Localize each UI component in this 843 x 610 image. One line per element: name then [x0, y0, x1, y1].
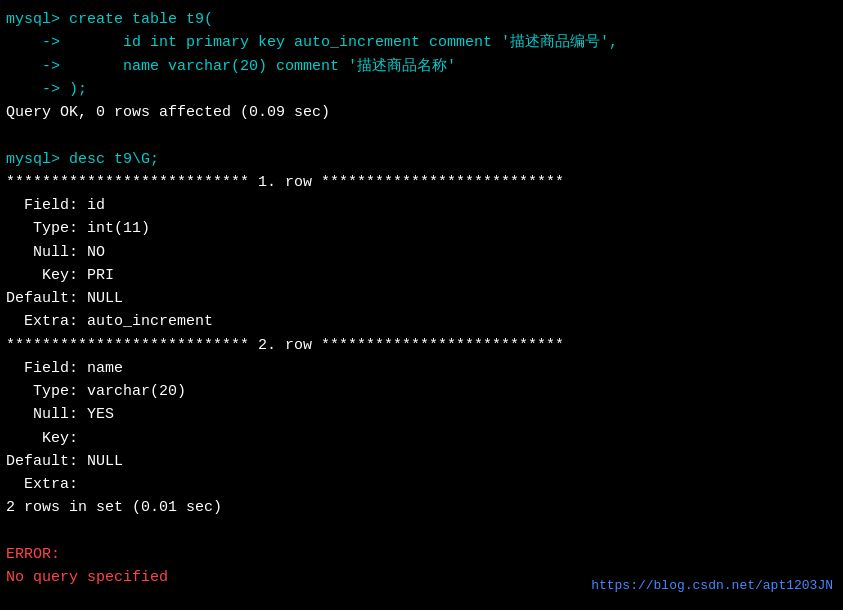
terminal-line-5: Query OK, 0 rows affected (0.09 sec) — [6, 101, 837, 124]
terminal-line-3: -> name varchar(20) comment '描述商品名称' — [6, 55, 837, 78]
terminal-line-13: Default: NULL — [6, 287, 837, 310]
terminal-line-22: 2 rows in set (0.01 sec) — [6, 496, 837, 519]
terminal-line-7: mysql> desc t9\G; — [6, 148, 837, 171]
terminal-line-14: Extra: auto_increment — [6, 310, 837, 333]
terminal-line-24: ERROR: — [6, 543, 837, 566]
terminal-line-6 — [6, 124, 837, 147]
terminal-line-18: Null: YES — [6, 403, 837, 426]
terminal-line-15: *************************** 2. row *****… — [6, 334, 837, 357]
terminal-line-17: Type: varchar(20) — [6, 380, 837, 403]
watermark: https://blog.csdn.net/apt1203JN — [591, 576, 833, 596]
terminal-line-23 — [6, 520, 837, 543]
terminal-line-19: Key: — [6, 427, 837, 450]
terminal-line-4: -> ); — [6, 78, 837, 101]
terminal-line-20: Default: NULL — [6, 450, 837, 473]
terminal-line-10: Type: int(11) — [6, 217, 837, 240]
terminal-line-9: Field: id — [6, 194, 837, 217]
terminal-line-1: mysql> create table t9( — [6, 8, 837, 31]
terminal-window: mysql> create table t9( -> id int primar… — [0, 0, 843, 610]
terminal-line-11: Null: NO — [6, 241, 837, 264]
terminal-line-2: -> id int primary key auto_increment com… — [6, 31, 837, 54]
terminal-line-8: *************************** 1. row *****… — [6, 171, 837, 194]
terminal-line-12: Key: PRI — [6, 264, 837, 287]
terminal-line-16: Field: name — [6, 357, 837, 380]
terminal-line-21: Extra: — [6, 473, 837, 496]
